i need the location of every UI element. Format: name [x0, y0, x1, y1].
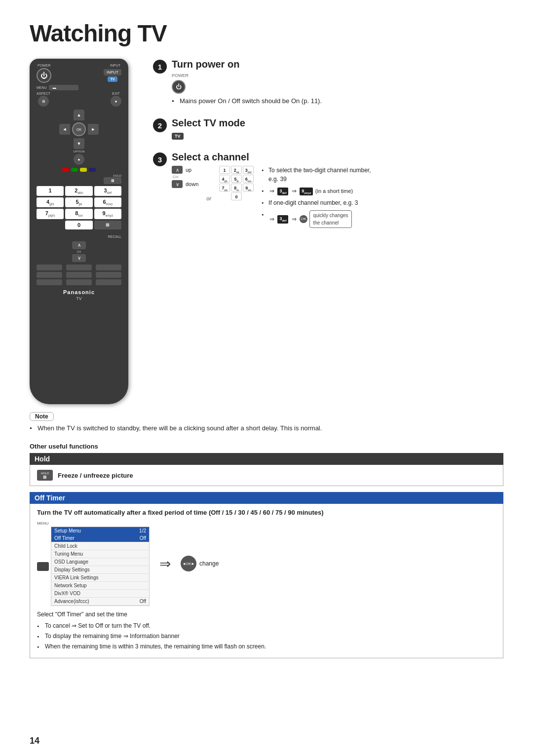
small-num-3[interactable]: 3def — [243, 166, 254, 174]
hold-section-bar: Hold — [30, 453, 503, 465]
or-text: or — [206, 195, 211, 201]
remote-top-labels: POWER INPUT — [37, 64, 121, 67]
note-section: Note When the TV is switched to standby,… — [30, 412, 503, 433]
small-num-7[interactable]: 7pq — [219, 184, 230, 191]
ch-up-arrow: ∧ up — [172, 166, 198, 174]
small-num-5[interactable]: 5jk — [231, 175, 242, 183]
channel-select-area: ∧ up CH ∨ down or 1 — [172, 166, 503, 231]
num-btn-2[interactable]: 2abc — [65, 186, 92, 196]
menu-item-display-label: Display Settings — [54, 567, 90, 572]
arrow-3: ⇒ — [269, 215, 274, 224]
off-timer-bullets: To cancel ⇒ Set to Off or turn the TV of… — [37, 622, 496, 650]
dpad-up[interactable]: ▲ — [74, 110, 84, 120]
menu-button[interactable]: ▬ — [49, 85, 78, 90]
power-button[interactable]: ⏻ — [37, 68, 51, 83]
ok-button[interactable]: OK — [72, 122, 86, 136]
step-3-block: 3 Select a channel ∧ up CH ∨ down — [153, 151, 503, 231]
option-button[interactable]: ● — [74, 154, 84, 165]
func-btn-3[interactable] — [96, 265, 121, 270]
func-btn-9[interactable] — [96, 279, 121, 285]
dpad-area: ▲ ◄ OK ► ▼ OPTION ● — [37, 110, 121, 165]
small-num-6[interactable]: 6mn — [243, 175, 254, 183]
num-btn-9[interactable]: 9wxyz — [94, 209, 121, 219]
ch-down-arrow: ∨ down — [172, 180, 198, 188]
menu-item-viera-label: VIERA Link Settings — [54, 575, 99, 580]
menu-item-viera: VIERA Link Settings — [51, 574, 149, 582]
ch-area: ∧ CH ∨ — [37, 241, 121, 262]
aspect-button[interactable]: ⊞ — [38, 96, 49, 107]
note-text: When the TV is switched to standby, ther… — [30, 424, 503, 433]
num-btn-4[interactable]: 4ghi — [37, 197, 64, 207]
dpad-right[interactable]: ► — [88, 124, 99, 135]
small-num-9[interactable]: 9wx — [243, 184, 254, 191]
ch-up-button[interactable]: ∧ — [72, 241, 86, 249]
select-instruction: Select "Off Timer" and set the time — [37, 611, 496, 618]
ch-down-button[interactable]: ∨ — [72, 254, 86, 262]
step-2-block: 2 Select TV mode TV — [153, 117, 503, 142]
dpad: ▲ ◄ OK ► ▼ — [59, 110, 99, 149]
recall-button[interactable]: ▩ — [94, 221, 121, 229]
tv-button[interactable]: TV — [108, 76, 118, 82]
num-badge-3: 3def — [277, 188, 288, 196]
remote-wrap: POWER INPUT ⏻ INPUT TV MENU ▬ ASPECT — [30, 59, 138, 404]
menu-item-osd-label: OSD Language — [54, 559, 88, 565]
page-number: 14 — [30, 736, 39, 746]
ch-note-2: ⇒ 3def ⇒ 9wxyz (in a short time) — [262, 187, 371, 195]
ok-badge: OK — [300, 215, 307, 223]
menu-item-network: Network Setup — [51, 582, 149, 590]
down-arrow-icon[interactable]: ∨ — [172, 180, 183, 188]
small-num-8[interactable]: 8tu — [231, 184, 242, 191]
remote-control: POWER INPUT ⏻ INPUT TV MENU ▬ ASPECT — [30, 59, 128, 404]
num-btn-3[interactable]: 3def — [94, 186, 121, 196]
step-1-number: 1 — [153, 60, 167, 74]
ch-note-4: ⇒ 3def ⇒ OK quickly changes the channel — [262, 210, 371, 228]
small-num-4[interactable]: 4gh — [219, 175, 230, 183]
num-btn-6[interactable]: 6mno — [94, 197, 121, 207]
small-num-1[interactable]: 1 — [219, 166, 230, 174]
menu-header-page: 1/2 — [139, 528, 146, 533]
input-button[interactable]: INPUT — [104, 69, 121, 76]
step-1-bullet-1: Mains power On / Off switch should be On… — [172, 97, 322, 106]
num-btn-5[interactable]: 5jkl — [65, 197, 92, 207]
num-btn-0[interactable]: 0 — [65, 221, 92, 229]
ok-circle: ◄ OK ► — [181, 556, 196, 571]
small-num-0[interactable]: 0 — [231, 192, 242, 200]
aspect-label: ASPECT — [37, 92, 50, 95]
note-bullets: When the TV is switched to standby, ther… — [30, 424, 503, 433]
note-box: Note — [30, 412, 54, 421]
menu-item-divx: DivX® VOD — [51, 590, 149, 598]
step-1-icon-label: POWER — [172, 73, 322, 78]
small-num-2[interactable]: 2ab — [231, 166, 242, 174]
quickly-changes-note: quickly changes the channel — [309, 210, 351, 228]
step-1-content: Turn power on POWER ⏻ Mains power On / O… — [172, 59, 322, 108]
func-btn-7[interactable] — [37, 279, 62, 285]
dpad-left[interactable]: ◄ — [59, 124, 70, 135]
func-btn-6[interactable] — [96, 272, 121, 278]
up-arrow-icon[interactable]: ∧ — [172, 166, 183, 174]
off-timer-section-bar: Off Timer — [30, 492, 503, 504]
num-btn-1[interactable]: 1 — [37, 186, 64, 196]
off-timer-description: Turn the TV off automatically after a fi… — [37, 509, 496, 516]
input-top-label: INPUT — [110, 64, 120, 67]
ch-notes-list: To select the two-digit channel number, … — [262, 166, 371, 228]
num-btn-7[interactable]: 7pqrs — [37, 209, 64, 219]
func-btn-4[interactable] — [37, 272, 62, 278]
ch-note-1-text: To select the two-digit channel number, — [268, 167, 371, 174]
off-timer-bullet-1: To cancel ⇒ Set to Off or turn the TV of… — [37, 622, 496, 630]
func-btn-8[interactable] — [66, 279, 92, 285]
dpad-down[interactable]: ▼ — [74, 138, 84, 149]
brand-label: Panasonic — [37, 289, 121, 295]
red-button[interactable] — [62, 168, 69, 172]
func-btn-2[interactable] — [66, 265, 92, 270]
yellow-button[interactable] — [80, 168, 87, 172]
off-timer-bullet-2: To display the remaining time ⇒ Informat… — [37, 632, 496, 641]
green-button[interactable] — [71, 168, 78, 172]
func-btn-1[interactable] — [37, 265, 62, 270]
func-row-3 — [37, 279, 121, 285]
blue-button[interactable] — [89, 168, 96, 172]
right-arrow-demo: ⇒ — [159, 556, 171, 572]
func-btn-5[interactable] — [66, 272, 92, 278]
num-btn-8[interactable]: 8tuv — [65, 209, 92, 219]
hold-button[interactable]: ▩ — [104, 177, 121, 184]
exit-button[interactable]: ● — [111, 96, 121, 107]
